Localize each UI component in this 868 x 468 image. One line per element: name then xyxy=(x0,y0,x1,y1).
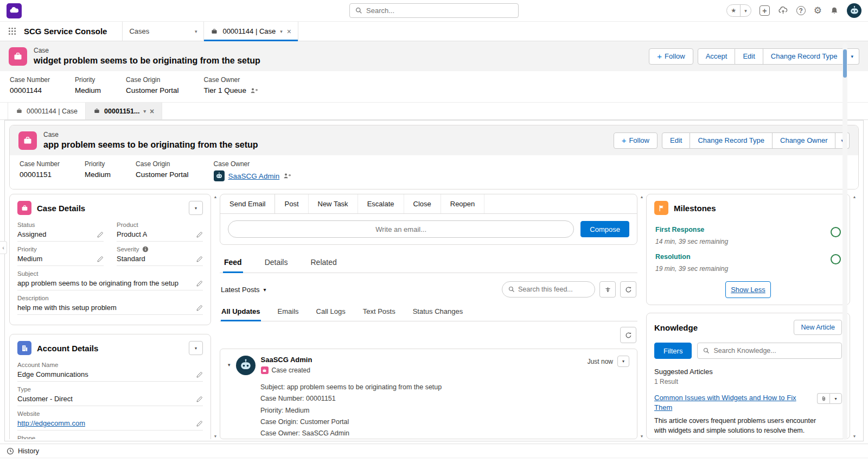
edit-pencil-icon[interactable] xyxy=(196,371,203,378)
new-article-button[interactable]: New Article xyxy=(794,320,842,335)
global-actions-icon[interactable]: + xyxy=(760,5,770,16)
website-link[interactable]: http://edgecomm.com xyxy=(17,419,85,427)
page-scrollbar-thumb[interactable] xyxy=(843,49,847,78)
change-record-type-button[interactable]: Change Record Type xyxy=(763,48,846,65)
tab-reopen[interactable]: Reopen xyxy=(441,194,485,213)
favorites-caret-icon[interactable]: ▾ xyxy=(740,5,751,16)
subtab-case-00001144[interactable]: 00001144 | Case xyxy=(8,103,86,119)
more-actions-button[interactable]: ▾ xyxy=(845,48,859,65)
favorites-star-icon[interactable]: ★ xyxy=(727,5,740,16)
post-author-avatar[interactable] xyxy=(236,356,256,375)
history-utility-item[interactable]: History xyxy=(18,447,39,455)
knowledge-search-input[interactable] xyxy=(713,347,836,355)
refresh-feed-button[interactable] xyxy=(620,327,636,343)
left-column-scrollbar[interactable]: ▲ ▼ xyxy=(211,194,220,439)
scroll-up-icon[interactable]: ▲ xyxy=(853,195,857,199)
accept-button[interactable]: Accept xyxy=(698,48,736,65)
info-icon[interactable] xyxy=(142,246,149,252)
filters-button[interactable]: Filters xyxy=(654,343,692,359)
article-more-icon[interactable]: ▾ xyxy=(829,393,842,404)
knowledge-search[interactable] xyxy=(697,343,842,359)
cloud-logo-icon xyxy=(9,5,20,16)
email-compose-field[interactable] xyxy=(228,220,574,238)
global-search[interactable] xyxy=(349,3,519,18)
global-search-input[interactable] xyxy=(366,7,513,15)
follow-button[interactable]: +Follow xyxy=(649,48,693,65)
change-owner-icon[interactable] xyxy=(250,87,258,94)
follow-button[interactable]: +Follow xyxy=(614,132,658,149)
filter-text-posts[interactable]: Text Posts xyxy=(362,302,396,321)
tab-details[interactable]: Details xyxy=(264,254,289,273)
scroll-up-icon[interactable]: ▲ xyxy=(214,195,218,199)
nav-tab-case-00001144[interactable]: 00001144 | Case ▾ × xyxy=(203,22,298,41)
show-less-button[interactable]: Show Less xyxy=(725,281,771,298)
scroll-down-icon[interactable]: ▼ xyxy=(853,434,857,438)
nav-tab-cases[interactable]: Cases ▾ xyxy=(122,22,203,41)
post-actions-button[interactable]: ▾ xyxy=(617,356,629,367)
feed-search[interactable] xyxy=(502,281,595,298)
compose-button[interactable]: Compose xyxy=(580,221,629,237)
upload-cloud-icon[interactable] xyxy=(778,5,788,16)
edit-pencil-icon[interactable] xyxy=(196,256,203,263)
user-avatar[interactable] xyxy=(847,3,861,18)
attach-article-icon[interactable] xyxy=(817,393,829,404)
filter-all-updates[interactable]: All Updates xyxy=(221,302,261,321)
article-link[interactable]: Common Issues with Widgets and How to Fi… xyxy=(654,393,802,412)
setup-gear-icon[interactable]: ⚙ xyxy=(814,6,822,15)
refresh-feed-button[interactable] xyxy=(620,281,636,298)
feed-search-input[interactable] xyxy=(518,286,589,293)
post-author[interactable]: SaaSCG Admin xyxy=(261,356,312,364)
tab-related[interactable]: Related xyxy=(309,254,337,273)
feed-sort-select[interactable]: Latest Posts ▾ xyxy=(221,286,266,294)
email-compose-input[interactable] xyxy=(236,225,566,233)
main-panel-scrollbar[interactable]: ▲ ▼ xyxy=(637,194,646,439)
tab-send-email[interactable]: Send Email xyxy=(220,194,275,213)
help-icon[interactable]: ? xyxy=(796,6,806,15)
card-menu-button[interactable]: ▾ xyxy=(189,201,203,215)
subtab-case-00001151[interactable]: 00001151... ▾ × xyxy=(86,103,162,119)
filter-call-logs[interactable]: Call Logs xyxy=(316,302,346,321)
tab-new-task[interactable]: New Task xyxy=(309,194,358,213)
edit-pencil-icon[interactable] xyxy=(196,420,203,427)
change-record-type-button[interactable]: Change Record Type xyxy=(690,132,773,149)
tab-close[interactable]: Close xyxy=(404,194,441,213)
scroll-down-icon[interactable]: ▼ xyxy=(214,434,218,438)
right-column-scrollbar[interactable]: ▲ ▼ xyxy=(850,194,859,439)
edit-pencil-icon[interactable] xyxy=(97,231,104,238)
edit-pencil-icon[interactable] xyxy=(196,396,203,403)
filter-emails[interactable]: Emails xyxy=(277,302,299,321)
global-header: ★ ▾ + ? ⚙ xyxy=(0,0,868,22)
collapse-post-icon[interactable]: ▾ xyxy=(228,362,231,368)
scroll-down-icon[interactable]: ▼ xyxy=(640,434,644,438)
edit-pencil-icon[interactable] xyxy=(196,280,203,287)
close-icon[interactable]: × xyxy=(150,107,154,115)
chevron-down-icon[interactable]: ▾ xyxy=(143,109,146,114)
collapse-left-panel-icon[interactable]: ‹ xyxy=(0,241,7,254)
tab-feed[interactable]: Feed xyxy=(223,254,243,273)
filter-status-changes[interactable]: Status Changes xyxy=(412,302,464,321)
milestone-name-link[interactable]: First Response xyxy=(655,226,728,233)
chevron-down-icon[interactable]: ▾ xyxy=(280,29,283,34)
edit-pencil-icon[interactable] xyxy=(196,231,203,238)
page-scrollbar[interactable] xyxy=(843,43,847,440)
chevron-down-icon[interactable]: ▾ xyxy=(195,29,197,34)
favorites-control[interactable]: ★ ▾ xyxy=(726,4,751,17)
salesforce-logo[interactable] xyxy=(7,3,22,18)
tab-escalate[interactable]: Escalate xyxy=(358,194,404,213)
change-owner-button[interactable]: Change Owner xyxy=(773,132,835,149)
milestone-remaining: 14 min, 39 sec remaining xyxy=(655,238,728,245)
milestone-name-link[interactable]: Resolution xyxy=(655,253,728,261)
edit-pencil-icon[interactable] xyxy=(196,305,203,312)
tab-post[interactable]: Post xyxy=(275,194,308,213)
notifications-bell-icon[interactable] xyxy=(830,7,839,15)
card-menu-button[interactable]: ▾ xyxy=(189,341,203,355)
change-owner-icon[interactable] xyxy=(283,173,291,179)
edit-button[interactable]: Edit xyxy=(735,48,763,65)
edit-button[interactable]: Edit xyxy=(662,132,690,149)
collapse-posts-button[interactable] xyxy=(599,281,616,298)
edit-pencil-icon[interactable] xyxy=(97,256,104,263)
scroll-up-icon[interactable]: ▲ xyxy=(640,195,644,199)
case-owner-link[interactable]: SaaSCG Admin xyxy=(228,172,280,180)
app-launcher-icon[interactable] xyxy=(0,22,24,41)
close-icon[interactable]: × xyxy=(287,28,291,35)
